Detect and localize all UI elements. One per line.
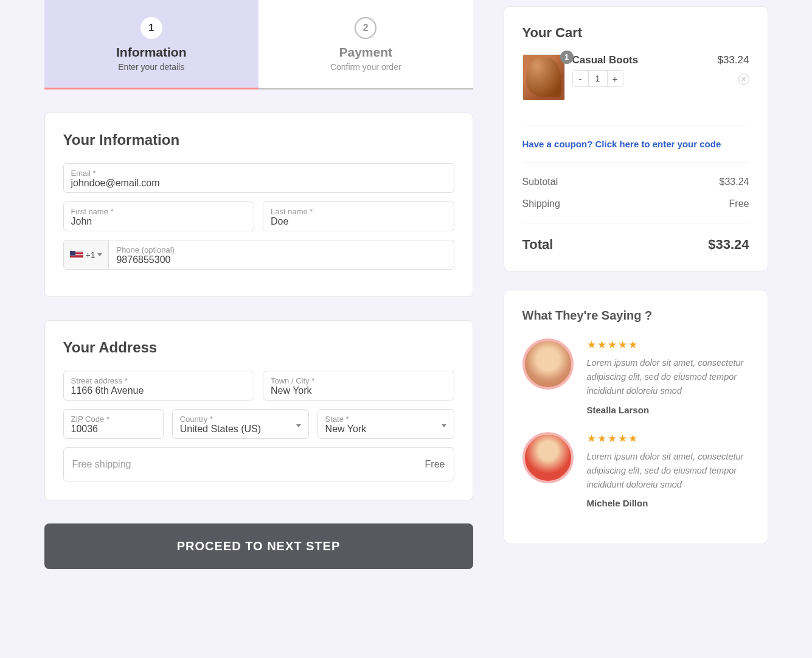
field-label: State * [325, 415, 446, 424]
last-name-field[interactable]: Last name * [263, 201, 454, 231]
state-value: New York [325, 424, 446, 435]
qty-badge: 1 [560, 51, 574, 64]
field-label: Country * [180, 415, 301, 424]
step-information[interactable]: 1 Information Enter your details [44, 0, 259, 89]
field-label: Phone (optional) [116, 245, 446, 254]
total-value: $33.24 [708, 237, 749, 253]
field-label: Last name * [271, 207, 446, 216]
us-flag-icon [70, 251, 83, 259]
city-field[interactable]: Town / City * [263, 371, 454, 401]
testimonial: ★★★★★ Lorem ipsum dolor sit amet, consec… [522, 338, 749, 415]
shipping-option[interactable]: Free shipping Free [63, 447, 454, 481]
qty-value: 1 [589, 71, 607, 86]
divider [522, 125, 749, 125]
cart-card: Your Cart 1 Casual Boots - 1 + $33.24 ✕ [504, 6, 768, 271]
step-number: 1 [141, 17, 162, 39]
phone-input[interactable] [116, 254, 446, 265]
field-label: ZIP Code * [71, 415, 156, 424]
country-value: United States (US) [180, 424, 301, 435]
cart-item: 1 Casual Boots - 1 + $33.24 ✕ [522, 54, 749, 100]
qty-decrease-button[interactable]: - [573, 71, 589, 86]
testimonial-author: Michele Dillon [587, 498, 749, 508]
shipping-value: Free [729, 198, 749, 209]
zip-input[interactable] [71, 424, 156, 435]
testimonial-text: Lorem ipsum dolor sit amet, consectetur … [587, 356, 749, 399]
remove-item-button[interactable]: ✕ [738, 74, 749, 85]
field-label: Town / City * [271, 376, 446, 385]
section-heading: Your Address [63, 339, 454, 356]
step-title: Payment [265, 45, 467, 60]
testimonial: ★★★★★ Lorem ipsum dolor sit amet, consec… [522, 432, 749, 509]
field-label: First name * [71, 207, 247, 216]
state-select[interactable]: State * New York [318, 409, 454, 439]
shipping-label: Shipping [522, 198, 560, 209]
testimonial-text: Lorem ipsum dolor sit amet, consectetur … [587, 450, 749, 492]
email-input[interactable] [71, 178, 446, 189]
proceed-button[interactable]: PROCEED TO NEXT STEP [44, 523, 473, 569]
field-label: Street address * [71, 376, 247, 385]
chevron-down-icon [97, 253, 102, 256]
testimonials-card: What They're Saying ? ★★★★★ Lorem ipsum … [504, 290, 768, 544]
divider [522, 163, 749, 163]
shipping-row: Shipping Free [522, 198, 749, 209]
avatar [522, 432, 574, 483]
phone-country-selector[interactable]: +1 [63, 240, 109, 270]
phone-prefix: +1 [86, 250, 95, 260]
total-label: Total [522, 237, 553, 253]
shipping-value: Free [425, 459, 445, 470]
last-name-input[interactable] [271, 216, 446, 227]
subtotal-row: Subtotal $33.24 [522, 177, 749, 187]
qty-increase-button[interactable]: + [607, 71, 623, 86]
coupon-link[interactable]: Have a coupon? Click here to enter your … [522, 139, 749, 149]
product-image [522, 54, 565, 100]
street-input[interactable] [71, 385, 247, 396]
checkout-steps: 1 Information Enter your details 2 Payme… [44, 0, 473, 89]
your-address-card: Your Address Street address * Town / Cit… [44, 320, 473, 500]
country-select[interactable]: Country * United States (US) [172, 409, 309, 439]
testimonial-author: Stealla Larson [587, 405, 749, 415]
subtotal-label: Subtotal [522, 177, 558, 187]
zip-field[interactable]: ZIP Code * [63, 409, 164, 439]
city-input[interactable] [271, 385, 446, 396]
star-rating: ★★★★★ [587, 432, 749, 445]
step-payment[interactable]: 2 Payment Confirm your order [259, 0, 473, 88]
avatar [522, 338, 574, 390]
star-rating: ★★★★★ [587, 338, 749, 351]
email-field[interactable]: Email * [63, 163, 454, 193]
testimonials-heading: What They're Saying ? [522, 309, 749, 323]
field-label: Email * [71, 169, 446, 178]
phone-field[interactable]: Phone (optional) [109, 240, 454, 270]
street-field[interactable]: Street address * [63, 371, 255, 401]
subtotal-value: $33.24 [720, 177, 749, 187]
divider [522, 223, 749, 223]
quantity-stepper: - 1 + [572, 70, 623, 87]
step-title: Information [50, 45, 253, 60]
your-information-card: Your Information Email * First name * La… [44, 113, 473, 297]
step-number: 2 [355, 17, 377, 39]
product-price: $33.24 [718, 54, 749, 66]
first-name-input[interactable] [71, 216, 247, 227]
section-heading: Your Information [63, 131, 454, 149]
step-subtitle: Enter your details [50, 62, 253, 72]
first-name-field[interactable]: First name * [63, 201, 255, 231]
shipping-label: Free shipping [72, 459, 131, 470]
product-name: Casual Boots [572, 54, 710, 66]
total-row: Total $33.24 [522, 237, 749, 253]
step-subtitle: Confirm your order [265, 62, 467, 72]
cart-heading: Your Cart [522, 25, 749, 41]
